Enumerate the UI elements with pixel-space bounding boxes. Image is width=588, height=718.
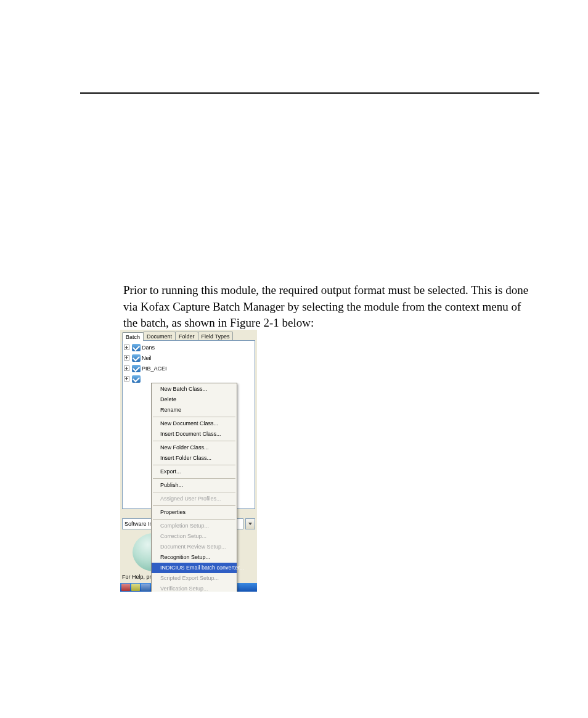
menu-correction-setup: Correction Setup...: [152, 531, 237, 542]
combo-dropdown-button[interactable]: [245, 518, 255, 529]
menu-document-review-setup: Document Review Setup...: [152, 542, 237, 552]
menu-insert-folder-class[interactable]: Insert Folder Class...: [152, 453, 237, 463]
task-icon[interactable]: [131, 584, 140, 591]
menu-scripted-export-setup: Scripted Export Setup...: [152, 573, 237, 584]
menu-assigned-user-profiles: Assigned User Profiles...: [152, 494, 237, 504]
menu-separator: [153, 492, 235, 492]
menu-separator: [153, 465, 235, 465]
menu-new-folder-class[interactable]: New Folder Class...: [152, 443, 237, 453]
menu-separator: [153, 478, 235, 479]
menu-delete[interactable]: Delete: [152, 394, 237, 405]
tab-strip: Batch Document Folder Field Types: [120, 330, 257, 340]
embedded-screenshot: Batch Document Folder Field Types Dans N…: [120, 330, 257, 592]
menu-separator: [153, 519, 235, 520]
batch-icon: [132, 344, 141, 351]
expand-icon[interactable]: [124, 365, 129, 371]
menu-export[interactable]: Export...: [152, 467, 237, 477]
tree-label: PIB_ACEI: [142, 365, 167, 372]
tab-folder[interactable]: Folder: [175, 332, 198, 340]
menu-insert-document-class[interactable]: Insert Document Class...: [152, 429, 237, 439]
menu-separator: [153, 505, 235, 506]
document-page: Prior to running this module, the requir…: [0, 0, 588, 718]
menu-publish[interactable]: Publish...: [152, 480, 237, 491]
batch-icon: [132, 365, 141, 372]
menu-new-batch-class[interactable]: New Batch Class...: [152, 384, 237, 394]
tab-batch[interactable]: Batch: [122, 332, 144, 341]
menu-completion-setup: Completion Setup...: [152, 521, 237, 531]
context-menu: New Batch Class... Delete Rename New Doc…: [151, 383, 237, 592]
tab-field-types[interactable]: Field Types: [198, 332, 234, 340]
menu-separator: [153, 417, 235, 417]
task-icon[interactable]: [141, 584, 150, 591]
tree-label: Dans: [142, 345, 155, 351]
tree-label: Neil: [142, 355, 152, 361]
tab-document[interactable]: Document: [143, 332, 176, 340]
menu-rename[interactable]: Rename: [152, 405, 237, 415]
menu-recognition-setup[interactable]: Recognition Setup...: [152, 552, 237, 563]
tree-item[interactable]: PIB_ACEI: [124, 363, 255, 373]
expand-icon[interactable]: [124, 345, 129, 350]
body-paragraph: Prior to running this module, the requir…: [123, 282, 536, 332]
expand-icon[interactable]: [124, 355, 129, 361]
batch-icon: [132, 354, 141, 362]
expand-icon[interactable]: [124, 376, 129, 381]
horizontal-rule: [80, 92, 539, 94]
menu-properties[interactable]: Properties: [152, 507, 237, 518]
menu-new-document-class[interactable]: New Document Class...: [152, 418, 237, 429]
task-icon[interactable]: [121, 584, 130, 591]
tree-item[interactable]: Dans: [124, 342, 255, 353]
batch-icon: [132, 375, 141, 383]
menu-separator: [153, 441, 235, 441]
menu-verification-setup: Verification Setup...: [152, 584, 237, 592]
menu-indicius-email-converter[interactable]: INDICIUS Email batch converter...: [152, 563, 237, 573]
tree-item[interactable]: Neil: [124, 353, 255, 363]
